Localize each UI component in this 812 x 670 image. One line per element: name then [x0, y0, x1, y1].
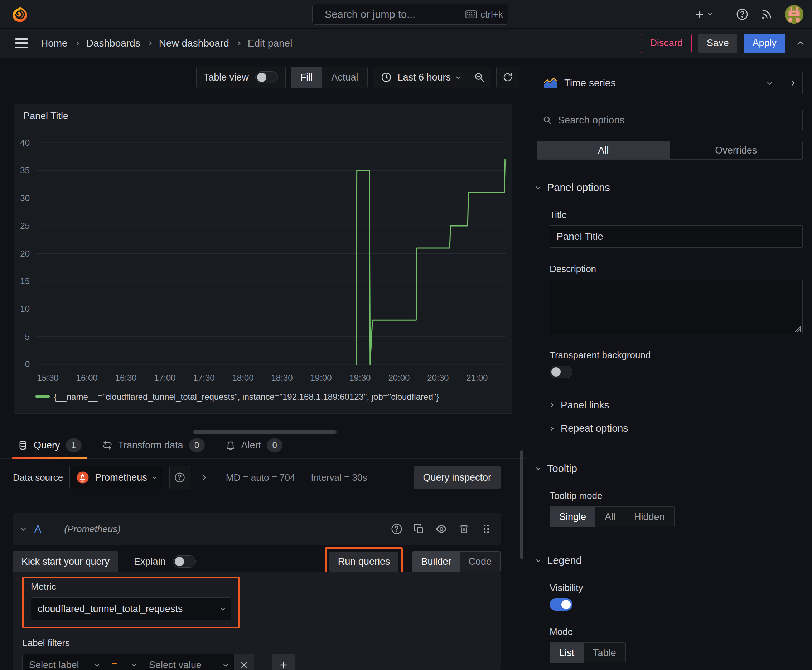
chart-svg[interactable]: 051015202530354015:3016:0016:3017:0017:3… — [14, 124, 512, 411]
collapse-options-button[interactable] — [782, 71, 803, 95]
panel-links-section[interactable]: Panel links — [537, 393, 803, 416]
run-queries-annotation: Run queries — [325, 547, 403, 576]
news-rss-icon[interactable] — [760, 8, 773, 20]
svg-text:40: 40 — [20, 138, 30, 147]
time-series-viz-icon — [544, 78, 558, 88]
resize-grip-icon[interactable] — [795, 327, 801, 332]
tooltip-mode-all[interactable]: All — [595, 507, 625, 527]
tooltip-mode-single[interactable]: Single — [550, 507, 595, 527]
legend-mode-table[interactable]: Table — [583, 643, 626, 663]
collapse-header-icon[interactable] — [798, 41, 804, 47]
menu-toggle-icon[interactable] — [15, 38, 28, 48]
question-circle-icon[interactable] — [391, 523, 402, 535]
select-label-dropdown[interactable]: Select label — [22, 653, 105, 670]
query-row-header: A (Prometheus) — [13, 513, 500, 545]
time-range-picker[interactable]: Last 6 hours — [373, 72, 468, 83]
keyboard-icon — [465, 10, 477, 19]
search-icon — [543, 116, 552, 125]
prometheus-icon — [76, 471, 89, 484]
select-value-dropdown[interactable]: Select value — [142, 653, 234, 670]
fill-option[interactable]: Fill — [291, 67, 322, 88]
remove-filter-button[interactable] — [234, 653, 254, 670]
breadcrumb-new-dashboard[interactable]: New dashboard — [159, 37, 229, 49]
add-filter-button[interactable] — [272, 653, 295, 670]
tooltip-mode-label: Tooltip mode — [549, 490, 803, 501]
description-textarea[interactable] — [550, 280, 802, 333]
drag-grip-icon[interactable] — [480, 523, 492, 535]
breadcrumb-separator-icon — [236, 41, 240, 45]
tab-alert-label: Alert — [241, 440, 261, 451]
actual-option[interactable]: Actual — [322, 67, 367, 88]
breadcrumb-dashboards[interactable]: Dashboards — [86, 37, 140, 49]
explain-label: Explain — [134, 556, 166, 567]
actions-divider — [792, 35, 792, 52]
svg-text:18:00: 18:00 — [232, 373, 254, 382]
collapse-query-icon[interactable] — [21, 526, 26, 531]
discard-button[interactable]: Discard — [641, 34, 692, 53]
tab-transform-label: Transform data — [118, 440, 183, 451]
builder-option[interactable]: Builder — [412, 552, 460, 572]
tab-alert[interactable]: Alert 0 — [220, 438, 288, 459]
topbar-divider — [724, 7, 724, 22]
add-menu-button[interactable] — [694, 9, 711, 20]
vertical-scrollbar[interactable] — [520, 450, 524, 559]
transparent-background-toggle[interactable] — [549, 366, 573, 378]
legend-visibility-label: Visibility — [549, 582, 803, 594]
query-inspector-button[interactable]: Query inspector — [414, 466, 500, 489]
code-option[interactable]: Code — [460, 552, 500, 572]
kick-start-button[interactable]: Kick start your query — [13, 551, 118, 572]
tab-overrides[interactable]: Overrides — [670, 141, 803, 159]
tab-all[interactable]: All — [537, 141, 670, 159]
select-value-placeholder: Select value — [149, 660, 219, 670]
global-search-input[interactable] — [324, 8, 460, 21]
panel-preview: Panel Title 051015202530354015:3016:0016… — [14, 104, 512, 414]
trash-icon[interactable] — [458, 523, 470, 535]
bell-icon — [225, 440, 236, 450]
tab-query[interactable]: Query 1 — [12, 438, 87, 459]
panel-options-header[interactable]: Panel options — [537, 182, 803, 194]
visualization-select[interactable]: Time series — [537, 71, 778, 95]
time-range-label: Last 6 hours — [397, 72, 451, 83]
expand-options-icon[interactable] — [201, 475, 206, 480]
query-editor-body: Metric cloudflared_tunnel_total_requests… — [13, 572, 500, 670]
section-separator — [527, 541, 812, 542]
tooltip-header[interactable]: Tooltip — [537, 463, 803, 475]
apply-button[interactable]: Apply — [744, 34, 785, 53]
clock-icon — [381, 72, 392, 83]
svg-text:18:30: 18:30 — [271, 373, 293, 382]
zoom-out-icon — [474, 72, 485, 83]
metric-select[interactable]: cloudflared_tunnel_total_requests — [31, 597, 231, 620]
breadcrumb-home[interactable]: Home — [41, 37, 68, 49]
grafana-logo-icon[interactable] — [11, 5, 29, 24]
panel-title-input[interactable] — [549, 225, 803, 248]
help-icon[interactable] — [736, 8, 748, 20]
run-queries-button[interactable]: Run queries — [329, 552, 399, 572]
breadcrumb: Home Dashboards New dashboard Edit panel — [41, 37, 292, 49]
datasource-help-button[interactable] — [170, 466, 190, 489]
repeat-options-section[interactable]: Repeat options — [537, 416, 803, 440]
save-button[interactable]: Save — [698, 34, 737, 53]
table-view-toggle[interactable] — [255, 71, 278, 83]
refresh-button[interactable] — [496, 66, 519, 88]
zoom-out-button[interactable] — [468, 72, 491, 83]
tab-transform-badge: 0 — [189, 438, 205, 452]
operator-dropdown[interactable]: = — [105, 653, 142, 670]
legend-header[interactable]: Legend — [537, 555, 803, 567]
eye-icon[interactable] — [436, 523, 448, 535]
explain-toggle[interactable] — [173, 555, 196, 568]
database-icon — [18, 440, 28, 450]
tab-transform-data[interactable]: Transform data 0 — [97, 438, 210, 459]
options-search-input[interactable] — [557, 114, 797, 126]
title-label: Title — [549, 209, 803, 220]
duplicate-icon[interactable] — [413, 523, 425, 535]
tooltip-mode-hidden[interactable]: Hidden — [625, 507, 674, 527]
datasource-select[interactable]: Prometheus — [70, 466, 163, 489]
legend-mode-list[interactable]: List — [550, 643, 583, 663]
options-filter-tabs: All Overrides — [537, 141, 803, 160]
user-avatar[interactable] — [785, 5, 804, 24]
svg-text:19:00: 19:00 — [310, 373, 332, 382]
legend-visibility-toggle[interactable] — [549, 599, 573, 611]
svg-text:21:00: 21:00 — [466, 373, 488, 382]
svg-text:16:00: 16:00 — [76, 373, 98, 382]
svg-text:17:30: 17:30 — [193, 373, 215, 382]
